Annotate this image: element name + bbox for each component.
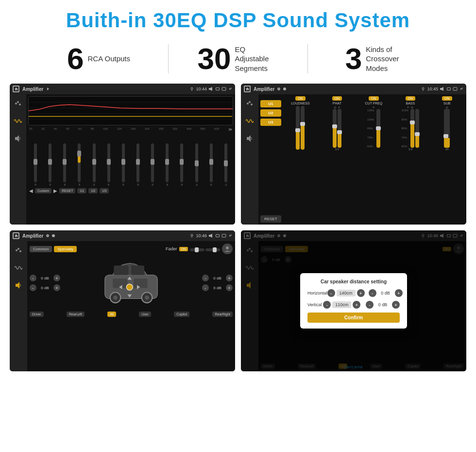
- svg-marker-0: [47, 87, 49, 90]
- avatar-btn[interactable]: [222, 243, 233, 254]
- vertical-plus-btn[interactable]: +: [353, 301, 360, 309]
- eq-slider-col-10: 0: [175, 143, 188, 186]
- loudness-track-2[interactable]: [301, 106, 305, 150]
- sub-sliders: [444, 109, 450, 148]
- rec-icon-fader: [46, 234, 49, 237]
- eq-slider-track-9[interactable]: [166, 143, 169, 182]
- db-plus-fl[interactable]: +: [53, 275, 60, 281]
- eq-slider-track-0[interactable]: [34, 143, 37, 182]
- phat-track-1[interactable]: [333, 109, 337, 148]
- eq-slider-col-1: 0: [44, 143, 56, 186]
- sidebar-wave-icon[interactable]: [13, 116, 23, 126]
- confirm-button[interactable]: Confirm: [307, 313, 400, 323]
- db-plus-rl[interactable]: +: [53, 284, 60, 291]
- eq-slider-track-5[interactable]: [107, 143, 110, 182]
- vdb-plus-btn[interactable]: +: [392, 301, 400, 309]
- eq-u3-btn[interactable]: U3: [100, 188, 109, 193]
- home-icon-fader[interactable]: [13, 232, 19, 239]
- specialty-tab[interactable]: Specialty: [54, 246, 76, 252]
- u2-btn[interactable]: U2: [260, 109, 281, 117]
- screen-fader: Amplifier 10:46: [10, 230, 235, 371]
- db-minus-rl[interactable]: -: [30, 284, 36, 291]
- right-db-controls: - 0 dB + - 0 dB +: [202, 275, 233, 291]
- eq-slider-col-6: 0: [117, 143, 130, 186]
- eq-custom-btn[interactable]: Custom: [35, 188, 51, 193]
- sidebar-speaker2-icon[interactable]: [244, 133, 255, 144]
- eq-slider-track-7[interactable]: [136, 143, 139, 182]
- fader-thumb-1: [195, 247, 199, 252]
- eq-graph: [28, 96, 233, 125]
- eq-slider-track-10[interactable]: [180, 143, 183, 182]
- svg-marker-16: [442, 87, 443, 91]
- eq-slider-track-11[interactable]: [195, 143, 198, 182]
- db-minus-fl[interactable]: -: [30, 275, 36, 281]
- home-icon-crossover[interactable]: [244, 86, 251, 92]
- eq-slider-track-2[interactable]: [63, 143, 66, 182]
- bass-track-1[interactable]: [410, 109, 414, 148]
- eq-slider-track-6[interactable]: [122, 143, 125, 182]
- hdb-value: 0 dB: [379, 291, 392, 296]
- close-icon-fader: [216, 234, 220, 237]
- rearleft-btn[interactable]: RearLeft: [67, 312, 85, 317]
- fader-tabs: Common Specialty: [30, 246, 77, 252]
- eq-slider-track-8[interactable]: [151, 143, 154, 182]
- eq-u1-btn[interactable]: U1: [77, 188, 86, 193]
- sidebar-wave2-icon[interactable]: [244, 116, 255, 126]
- cutfreq-on-btn[interactable]: ON: [369, 96, 379, 101]
- loudness-track-1[interactable]: [296, 106, 300, 150]
- copilot-btn[interactable]: Copilot: [174, 312, 189, 317]
- eq-slider-track-13[interactable]: [224, 143, 227, 182]
- vdb-minus-btn[interactable]: -: [366, 301, 374, 309]
- phat-track-2[interactable]: [338, 109, 341, 148]
- fader-track-1[interactable]: [190, 248, 204, 251]
- horizontal-value: 140cm: [337, 290, 356, 296]
- sub-track[interactable]: [444, 109, 450, 148]
- u3-btn[interactable]: U3: [260, 119, 281, 126]
- eq-next-btn[interactable]: ▶: [53, 188, 57, 193]
- sub-on-btn[interactable]: ON: [442, 96, 452, 101]
- driver-btn[interactable]: Driver: [30, 312, 44, 317]
- sidebar-speaker3-icon[interactable]: [13, 280, 24, 291]
- modal-vertical-row: Vertical - 110cm + - 0 dB +: [307, 301, 400, 309]
- sidebar-speaker-icon[interactable]: [13, 133, 23, 144]
- all-btn[interactable]: All: [107, 312, 116, 317]
- horizontal-minus-btn[interactable]: -: [327, 289, 335, 297]
- db-plus-fr[interactable]: +: [226, 275, 233, 281]
- hdb-minus-btn[interactable]: -: [369, 289, 376, 297]
- eq-slider-track-1[interactable]: [49, 143, 51, 182]
- u-buttons-col: U1 U2 U3 RESET: [260, 96, 281, 223]
- vertical-minus-btn[interactable]: -: [323, 301, 331, 309]
- stat-label-eq: EQ Adjustable Segments: [235, 45, 278, 73]
- db-plus-rr[interactable]: +: [226, 284, 233, 291]
- horizontal-plus-btn[interactable]: +: [357, 289, 365, 297]
- sidebar-eq3-icon[interactable]: [13, 245, 24, 256]
- eq-prev-btn[interactable]: ◀: [29, 188, 33, 193]
- eq-u2-btn[interactable]: U2: [88, 188, 98, 193]
- fader-track-2[interactable]: [205, 248, 220, 251]
- screen-content-fader: Common Specialty Fader ON: [10, 241, 235, 371]
- user-btn[interactable]: User: [139, 312, 151, 317]
- hdb-plus-btn[interactable]: +: [395, 289, 403, 297]
- common-tab[interactable]: Common: [30, 246, 52, 252]
- sidebar-wave3-icon[interactable]: [13, 262, 24, 273]
- reset-btn-crossover[interactable]: RESET: [260, 215, 281, 223]
- sidebar-eq2-icon[interactable]: [244, 98, 255, 109]
- bass-track-2[interactable]: [415, 109, 419, 148]
- bass-on-btn[interactable]: ON: [406, 96, 416, 101]
- home-icon-eq[interactable]: [13, 86, 19, 92]
- stat-number-eq: 30: [198, 44, 231, 74]
- rearright-btn[interactable]: RearRight: [212, 312, 233, 317]
- db-minus-fr[interactable]: -: [202, 275, 209, 281]
- loudness-on-btn[interactable]: ON: [295, 96, 306, 101]
- u1-btn[interactable]: U1: [260, 100, 281, 107]
- eq-slider-track-3[interactable]: [78, 143, 81, 182]
- eq-slider-track-4[interactable]: [93, 143, 96, 182]
- eq-slider-track-12[interactable]: [210, 143, 213, 182]
- db-minus-rr[interactable]: -: [202, 284, 209, 291]
- sidebar-eq-icon[interactable]: [13, 98, 23, 109]
- cutfreq-track[interactable]: [376, 109, 380, 148]
- svg-marker-36: [16, 282, 19, 289]
- eq-reset-btn[interactable]: RESET: [59, 188, 75, 193]
- phat-on-btn[interactable]: ON: [332, 96, 342, 101]
- svg-point-13: [422, 87, 424, 89]
